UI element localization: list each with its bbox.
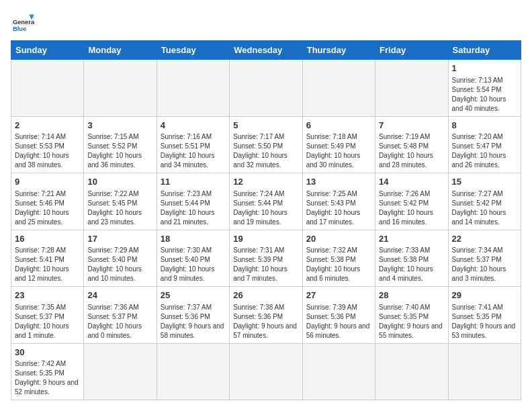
week-row-5: 23Sunrise: 7:35 AM Sunset: 5:37 PM Dayli… bbox=[11, 287, 521, 344]
day-info: Sunrise: 7:29 AM Sunset: 5:40 PM Dayligh… bbox=[87, 246, 152, 283]
day-number: 26 bbox=[233, 289, 298, 302]
day-info: Sunrise: 7:15 AM Sunset: 5:52 PM Dayligh… bbox=[87, 132, 152, 170]
calendar-body: 1Sunrise: 7:13 AM Sunset: 5:54 PM Daylig… bbox=[11, 60, 521, 400]
day-info: Sunrise: 7:33 AM Sunset: 5:38 PM Dayligh… bbox=[379, 246, 444, 283]
week-row-2: 2Sunrise: 7:14 AM Sunset: 5:53 PM Daylig… bbox=[11, 116, 521, 173]
calendar-cell: 25Sunrise: 7:37 AM Sunset: 5:36 PM Dayli… bbox=[157, 287, 229, 344]
day-number: 30 bbox=[15, 347, 80, 359]
weekday-header-tuesday: Tuesday bbox=[157, 41, 229, 60]
day-info: Sunrise: 7:26 AM Sunset: 5:42 PM Dayligh… bbox=[379, 189, 444, 227]
week-row-6: 30Sunrise: 7:42 AM Sunset: 5:35 PM Dayli… bbox=[11, 343, 521, 400]
day-number: 15 bbox=[452, 176, 517, 188]
day-info: Sunrise: 7:25 AM Sunset: 5:43 PM Dayligh… bbox=[306, 189, 371, 227]
day-info: Sunrise: 7:36 AM Sunset: 5:37 PM Dayligh… bbox=[87, 303, 152, 340]
day-info: Sunrise: 7:32 AM Sunset: 5:38 PM Dayligh… bbox=[306, 246, 371, 283]
calendar-cell: 14Sunrise: 7:26 AM Sunset: 5:42 PM Dayli… bbox=[375, 173, 448, 230]
day-number: 5 bbox=[233, 120, 298, 132]
calendar-cell: 20Sunrise: 7:32 AM Sunset: 5:38 PM Dayli… bbox=[302, 230, 375, 287]
calendar-cell: 7Sunrise: 7:19 AM Sunset: 5:48 PM Daylig… bbox=[375, 116, 448, 173]
calendar-cell: 29Sunrise: 7:41 AM Sunset: 5:35 PM Dayli… bbox=[448, 287, 521, 344]
calendar-cell: 23Sunrise: 7:35 AM Sunset: 5:37 PM Dayli… bbox=[11, 287, 84, 344]
day-number: 12 bbox=[233, 176, 298, 188]
day-number: 3 bbox=[87, 120, 152, 132]
day-info: Sunrise: 7:19 AM Sunset: 5:48 PM Dayligh… bbox=[379, 132, 444, 170]
calendar-cell: 15Sunrise: 7:27 AM Sunset: 5:42 PM Dayli… bbox=[448, 173, 521, 230]
calendar-cell: 12Sunrise: 7:24 AM Sunset: 5:44 PM Dayli… bbox=[230, 173, 302, 230]
weekday-header-saturday: Saturday bbox=[448, 41, 521, 60]
day-number: 16 bbox=[15, 233, 80, 245]
day-number: 20 bbox=[306, 233, 371, 245]
day-info: Sunrise: 7:41 AM Sunset: 5:35 PM Dayligh… bbox=[452, 303, 517, 340]
day-number: 14 bbox=[379, 176, 444, 188]
day-number: 21 bbox=[379, 233, 444, 245]
day-number: 10 bbox=[87, 176, 152, 188]
day-info: Sunrise: 7:39 AM Sunset: 5:36 PM Dayligh… bbox=[306, 303, 371, 340]
day-info: Sunrise: 7:38 AM Sunset: 5:36 PM Dayligh… bbox=[233, 303, 298, 340]
calendar-cell: 2Sunrise: 7:14 AM Sunset: 5:53 PM Daylig… bbox=[11, 116, 84, 173]
day-info: Sunrise: 7:34 AM Sunset: 5:37 PM Dayligh… bbox=[452, 246, 517, 283]
weekday-row: SundayMondayTuesdayWednesdayThursdayFrid… bbox=[11, 41, 521, 60]
day-info: Sunrise: 7:21 AM Sunset: 5:46 PM Dayligh… bbox=[15, 189, 80, 227]
weekday-header-thursday: Thursday bbox=[302, 41, 375, 60]
day-number: 1 bbox=[452, 62, 517, 75]
svg-text:General: General bbox=[13, 19, 35, 26]
logo: General Blue bbox=[11, 11, 38, 35]
calendar-cell: 19Sunrise: 7:31 AM Sunset: 5:39 PM Dayli… bbox=[230, 230, 302, 287]
day-number: 9 bbox=[15, 176, 80, 188]
day-info: Sunrise: 7:13 AM Sunset: 5:54 PM Dayligh… bbox=[452, 76, 517, 113]
calendar-cell: 30Sunrise: 7:42 AM Sunset: 5:35 PM Dayli… bbox=[11, 343, 84, 400]
calendar-cell bbox=[84, 343, 157, 400]
day-info: Sunrise: 7:37 AM Sunset: 5:36 PM Dayligh… bbox=[161, 303, 226, 340]
calendar-cell: 6Sunrise: 7:18 AM Sunset: 5:49 PM Daylig… bbox=[302, 116, 375, 173]
svg-text:Blue: Blue bbox=[13, 26, 26, 32]
day-number: 24 bbox=[87, 289, 152, 302]
day-info: Sunrise: 7:31 AM Sunset: 5:39 PM Dayligh… bbox=[233, 246, 298, 283]
calendar-cell: 11Sunrise: 7:23 AM Sunset: 5:44 PM Dayli… bbox=[157, 173, 229, 230]
weekday-header-monday: Monday bbox=[84, 41, 157, 60]
calendar-cell: 4Sunrise: 7:16 AM Sunset: 5:51 PM Daylig… bbox=[157, 116, 229, 173]
day-info: Sunrise: 7:14 AM Sunset: 5:53 PM Dayligh… bbox=[15, 132, 80, 170]
calendar-header: SundayMondayTuesdayWednesdayThursdayFrid… bbox=[11, 41, 521, 60]
day-number: 27 bbox=[306, 289, 371, 302]
day-number: 2 bbox=[15, 120, 80, 132]
logo-icon: General Blue bbox=[11, 11, 35, 35]
day-number: 6 bbox=[306, 120, 371, 132]
calendar-cell: 21Sunrise: 7:33 AM Sunset: 5:38 PM Dayli… bbox=[375, 230, 448, 287]
day-number: 11 bbox=[161, 176, 226, 188]
day-number: 17 bbox=[87, 233, 152, 245]
day-info: Sunrise: 7:35 AM Sunset: 5:37 PM Dayligh… bbox=[15, 303, 80, 340]
day-info: Sunrise: 7:27 AM Sunset: 5:42 PM Dayligh… bbox=[452, 189, 517, 227]
calendar-cell bbox=[230, 343, 302, 400]
calendar-cell: 9Sunrise: 7:21 AM Sunset: 5:46 PM Daylig… bbox=[11, 173, 84, 230]
header: General Blue bbox=[11, 11, 521, 35]
day-number: 23 bbox=[15, 289, 80, 302]
weekday-header-sunday: Sunday bbox=[11, 41, 84, 60]
calendar-cell bbox=[157, 343, 229, 400]
day-number: 18 bbox=[161, 233, 226, 245]
weekday-header-wednesday: Wednesday bbox=[230, 41, 302, 60]
calendar-cell: 27Sunrise: 7:39 AM Sunset: 5:36 PM Dayli… bbox=[302, 287, 375, 344]
calendar-cell: 18Sunrise: 7:30 AM Sunset: 5:40 PM Dayli… bbox=[157, 230, 229, 287]
week-row-3: 9Sunrise: 7:21 AM Sunset: 5:46 PM Daylig… bbox=[11, 173, 521, 230]
calendar-cell: 24Sunrise: 7:36 AM Sunset: 5:37 PM Dayli… bbox=[84, 287, 157, 344]
day-number: 25 bbox=[161, 289, 226, 302]
calendar-cell bbox=[302, 343, 375, 400]
day-info: Sunrise: 7:40 AM Sunset: 5:35 PM Dayligh… bbox=[379, 303, 444, 340]
day-number: 22 bbox=[452, 233, 517, 245]
calendar-cell bbox=[157, 60, 229, 117]
day-info: Sunrise: 7:18 AM Sunset: 5:49 PM Dayligh… bbox=[306, 132, 371, 170]
calendar: SundayMondayTuesdayWednesdayThursdayFrid… bbox=[11, 40, 521, 400]
calendar-cell: 13Sunrise: 7:25 AM Sunset: 5:43 PM Dayli… bbox=[302, 173, 375, 230]
day-info: Sunrise: 7:28 AM Sunset: 5:41 PM Dayligh… bbox=[15, 246, 80, 283]
weekday-header-friday: Friday bbox=[375, 41, 448, 60]
calendar-cell: 26Sunrise: 7:38 AM Sunset: 5:36 PM Dayli… bbox=[230, 287, 302, 344]
day-info: Sunrise: 7:23 AM Sunset: 5:44 PM Dayligh… bbox=[161, 189, 226, 227]
calendar-cell: 16Sunrise: 7:28 AM Sunset: 5:41 PM Dayli… bbox=[11, 230, 84, 287]
day-number: 29 bbox=[452, 289, 517, 302]
calendar-cell bbox=[302, 60, 375, 117]
calendar-cell bbox=[84, 60, 157, 117]
calendar-cell: 17Sunrise: 7:29 AM Sunset: 5:40 PM Dayli… bbox=[84, 230, 157, 287]
day-number: 7 bbox=[379, 120, 444, 132]
page: General Blue SundayMondayTuesdayWednesda… bbox=[0, 0, 532, 407]
calendar-cell bbox=[11, 60, 84, 117]
